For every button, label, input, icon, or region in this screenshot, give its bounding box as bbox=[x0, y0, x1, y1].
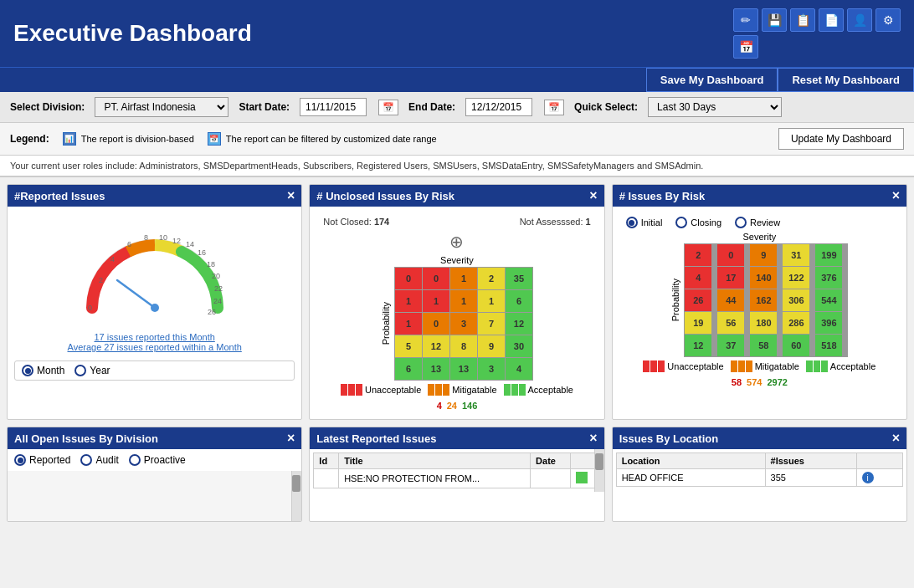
quick-select-label: Quick Select: bbox=[574, 101, 638, 113]
table-row[interactable]: HSE:NO PROTECTION FROM... bbox=[314, 469, 600, 488]
matrix-cell[interactable]: 2 bbox=[478, 268, 505, 289]
ibr-acceptable-count: 2972 bbox=[767, 377, 787, 387]
matrix-cell[interactable]: 0 bbox=[423, 313, 449, 335]
issues-by-risk-close-button[interactable]: × bbox=[892, 189, 900, 202]
matrix-cell[interactable]: 1 bbox=[450, 290, 477, 312]
matrix-cell[interactable]: 60 bbox=[783, 335, 809, 356]
svg-text:20: 20 bbox=[212, 272, 220, 280]
matrix-cell[interactable]: 2 bbox=[685, 244, 711, 266]
settings-icon[interactable]: ⚙ bbox=[875, 8, 901, 32]
matrix-cell[interactable]: 12 bbox=[685, 335, 711, 356]
month-radio[interactable]: Month bbox=[22, 365, 64, 376]
matrix-cell[interactable]: 6 bbox=[395, 358, 422, 380]
unclosed-risk-header: Not Closed: 174 Not Assesssed: 1 bbox=[316, 213, 597, 228]
save-dashboard-button[interactable]: Save My Dashboard bbox=[646, 68, 778, 92]
matrix-cell[interactable]: 9 bbox=[478, 335, 505, 357]
ibr-radio-group: Initial Closing Review bbox=[619, 213, 900, 232]
matrix-cell[interactable]: 122 bbox=[783, 267, 809, 289]
matrix-cell[interactable]: 1 bbox=[423, 290, 449, 312]
division-radio-group: Reported Audit Proactive bbox=[8, 449, 301, 471]
matrix-cell[interactable]: 26 bbox=[685, 289, 711, 311]
matrix-cell[interactable]: 30 bbox=[506, 335, 532, 357]
clipboard-icon[interactable]: 📋 bbox=[790, 8, 815, 32]
matrix-cell[interactable]: 17 bbox=[717, 267, 744, 289]
matrix-cell[interactable]: 162 bbox=[750, 289, 777, 311]
matrix-cell[interactable]: 4 bbox=[506, 358, 532, 380]
matrix-cell[interactable]: 12 bbox=[423, 335, 449, 357]
update-dashboard-button[interactable]: Update My Dashboard bbox=[778, 128, 904, 150]
end-date-calendar-button[interactable]: 📅 bbox=[544, 100, 564, 115]
matrix-cell[interactable]: 31 bbox=[783, 244, 809, 266]
unclosed-issues-close-button[interactable]: × bbox=[589, 189, 597, 202]
mitigatable-label: Mitigatable bbox=[452, 385, 496, 395]
matrix-cell[interactable]: 1 bbox=[478, 290, 505, 312]
matrix-cell[interactable]: 56 bbox=[717, 312, 744, 334]
audit-radio[interactable]: Audit bbox=[80, 454, 118, 466]
matrix-cell[interactable]: 199 bbox=[815, 244, 842, 266]
header-icons-row2: 📅 bbox=[733, 35, 901, 59]
row-info-btn[interactable]: i bbox=[856, 469, 902, 487]
table-row[interactable]: HEAD OFFICE 355 i bbox=[616, 469, 902, 487]
matrix-cell[interactable]: 7 bbox=[478, 313, 505, 335]
start-date-calendar-button[interactable]: 📅 bbox=[378, 100, 398, 115]
calendar-icon[interactable]: 📅 bbox=[733, 35, 758, 59]
matrix-cell[interactable]: 9 bbox=[750, 244, 777, 266]
reported-radio[interactable]: Reported bbox=[14, 454, 70, 466]
save-icon[interactable]: 💾 bbox=[762, 8, 787, 32]
matrix-cell[interactable]: 1 bbox=[450, 268, 477, 289]
proactive-radio[interactable]: Proactive bbox=[129, 454, 186, 466]
matrix-cell[interactable]: 3 bbox=[478, 358, 505, 380]
division-select[interactable]: PT. Airfast Indonesia bbox=[95, 97, 228, 117]
legend-bar: Legend: 📊 The report is division-based 📅… bbox=[0, 123, 914, 156]
matrix-cell[interactable]: 0 bbox=[395, 268, 422, 289]
matrix-cell[interactable]: 5 bbox=[395, 335, 422, 357]
document-icon[interactable]: 📄 bbox=[819, 8, 844, 32]
division-scroll-thumb[interactable] bbox=[292, 475, 300, 492]
matrix-cell[interactable]: 376 bbox=[815, 267, 842, 289]
issues-by-location-close-button[interactable]: × bbox=[892, 432, 900, 445]
division-scroll-area[interactable] bbox=[8, 471, 301, 521]
matrix-cell[interactable]: 518 bbox=[815, 335, 842, 356]
matrix-cell[interactable]: 180 bbox=[750, 312, 777, 334]
quick-select-dropdown[interactable]: Last 30 Days bbox=[648, 97, 782, 117]
end-date-input[interactable] bbox=[465, 98, 532, 116]
matrix-cell[interactable]: 0 bbox=[423, 268, 449, 289]
matrix-cell[interactable]: 286 bbox=[783, 312, 809, 334]
review-radio[interactable]: Review bbox=[735, 217, 780, 228]
latest-reported-scrollbar[interactable] bbox=[594, 449, 604, 492]
matrix-cell[interactable]: 0 bbox=[717, 244, 744, 266]
division-scrollbar[interactable] bbox=[291, 471, 301, 521]
open-issues-division-close-button[interactable]: × bbox=[287, 432, 295, 445]
matrix-cell[interactable]: 1 bbox=[395, 313, 422, 335]
not-closed-label: Not Closed: 174 bbox=[323, 217, 389, 227]
matrix-cell[interactable]: 396 bbox=[815, 312, 842, 334]
matrix-cell[interactable]: 3 bbox=[450, 313, 477, 335]
reset-dashboard-button[interactable]: Reset My Dashboard bbox=[778, 68, 914, 92]
matrix-cell[interactable]: 19 bbox=[685, 312, 711, 334]
matrix-cell[interactable]: 306 bbox=[783, 289, 809, 311]
latest-reported-close-button[interactable]: × bbox=[589, 432, 597, 445]
matrix-cell[interactable]: 544 bbox=[815, 289, 842, 311]
reported-issues-close-button[interactable]: × bbox=[287, 189, 295, 202]
user-icon[interactable]: 👤 bbox=[847, 8, 872, 32]
matrix-cell[interactable]: 13 bbox=[423, 358, 449, 380]
matrix-cell[interactable]: 6 bbox=[506, 290, 532, 312]
matrix-cell[interactable]: 58 bbox=[750, 335, 777, 356]
matrix-cell[interactable]: 1 bbox=[395, 290, 422, 312]
matrix-cell[interactable]: 37 bbox=[717, 335, 744, 356]
initial-radio[interactable]: Initial bbox=[626, 217, 663, 228]
matrix-cell[interactable]: 13 bbox=[450, 358, 477, 380]
matrix-cell[interactable]: 35 bbox=[506, 268, 532, 289]
matrix-cell[interactable]: 12 bbox=[506, 313, 532, 335]
probability-label-ibr: Probability bbox=[670, 279, 680, 321]
start-date-input[interactable] bbox=[300, 98, 367, 116]
matrix-cell[interactable]: 140 bbox=[750, 267, 777, 289]
year-radio[interactable]: Year bbox=[74, 365, 110, 376]
matrix-cell[interactable]: 44 bbox=[717, 289, 744, 311]
matrix-cell[interactable]: 4 bbox=[685, 267, 711, 289]
closing-radio[interactable]: Closing bbox=[675, 217, 721, 228]
matrix-cell[interactable]: 8 bbox=[450, 335, 477, 357]
latest-reported-scroll-thumb[interactable] bbox=[595, 453, 603, 470]
info-icon[interactable]: i bbox=[862, 472, 874, 483]
edit-icon[interactable]: ✏ bbox=[733, 8, 758, 32]
